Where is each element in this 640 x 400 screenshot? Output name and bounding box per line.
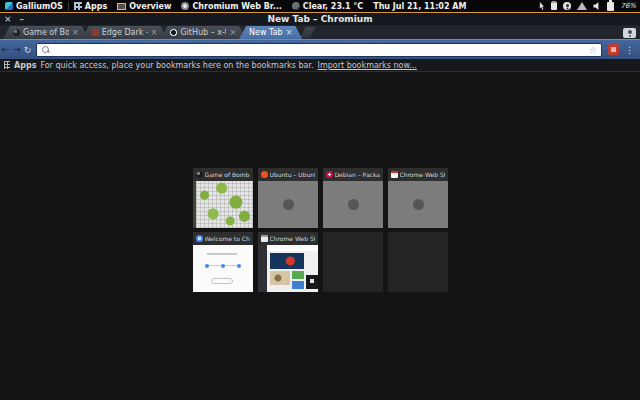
game-of-bombs-thumbnail (193, 181, 253, 228)
tab-close-icon[interactable]: × (229, 28, 236, 37)
ubuntu-thumbnail-placeholder (258, 181, 318, 228)
panel-overview-button[interactable]: Overview (112, 0, 176, 12)
panel-apps-button[interactable]: Apps (69, 0, 112, 12)
chrome-web-store-favicon-icon (261, 235, 268, 242)
tile-header: Chrome Web Store (388, 168, 448, 181)
battery-percent-label: 76% (620, 2, 636, 10)
profile-avatar-button[interactable] (623, 28, 636, 38)
tab-title: New Tab (249, 28, 283, 37)
tile-chrome-web-store-2[interactable]: Chrome Web Store (258, 232, 318, 292)
tab-new-tab-active[interactable]: New Tab × (239, 26, 302, 39)
tile-chrome-web-store[interactable]: Chrome Web Store (388, 168, 448, 228)
ubuntu-favicon-icon (261, 171, 268, 178)
window-close-button[interactable]: × (4, 14, 12, 25)
debian-thumbnail-placeholder (323, 181, 383, 228)
apps-shortcut-icon[interactable] (4, 61, 10, 69)
panel-clock[interactable]: Thu Jul 21, 11:02 AM (368, 0, 471, 12)
tile-header: Welcome to Chromiu (193, 232, 253, 245)
tile-header: Debian – Packages (323, 168, 383, 181)
panel-task-chromium[interactable]: Chromium Web Br... (176, 0, 286, 12)
thumbnail-text-line (207, 253, 237, 255)
tile-title: Chrome Web Store (270, 235, 315, 242)
system-tray: 76% (538, 2, 640, 11)
store-tile-block (292, 271, 304, 279)
thumbnail-button-outline (211, 278, 233, 284)
forward-button[interactable]: → (11, 41, 22, 59)
new-tab-button[interactable] (300, 27, 315, 38)
tile-welcome-chromium[interactable]: Welcome to Chromiu (193, 232, 253, 292)
store-tile-block (292, 281, 304, 289)
battery-icon[interactable] (607, 2, 614, 11)
empty-tile (323, 232, 383, 292)
github-favicon-icon (170, 29, 177, 36)
browser-toolbar: ← → ↻ ☆ ⋮ (0, 39, 640, 59)
panel-galliumos-menu[interactable]: GalliumOS (0, 0, 68, 12)
weather-icon (292, 2, 300, 10)
new-tab-page: Game of Bombs Ubuntu – Ubuntu Pa Debian … (0, 72, 640, 400)
tile-title: Ubuntu – Ubuntu Pa (270, 171, 315, 178)
apps-grid-icon (74, 2, 82, 10)
thumbnail-stepper-dots (205, 265, 241, 266)
bookmarks-bar: Apps For quick access, place your bookma… (0, 59, 640, 72)
tab-close-icon[interactable]: × (72, 28, 79, 37)
person-circle-icon[interactable] (563, 2, 571, 10)
tab-title: GitHub – x-t (180, 28, 226, 37)
volume-icon[interactable] (593, 2, 601, 10)
store-tile-block (270, 271, 290, 285)
store-hero-block (270, 253, 304, 269)
search-icon (42, 46, 49, 53)
panel-apps-label: Apps (85, 2, 107, 11)
chromium-favicon-icon (196, 235, 203, 242)
address-input[interactable] (49, 44, 589, 56)
panel-weather[interactable]: Clear, 23.1 °C (287, 0, 368, 12)
window-titlebar[interactable]: × – New Tab – Chromium (0, 14, 640, 25)
chrome-web-store-favicon-icon (391, 171, 398, 178)
debian-favicon-icon (326, 171, 333, 178)
empty-tile (388, 232, 448, 292)
overview-window-icon (117, 3, 126, 10)
welcome-chromium-thumbnail (193, 245, 253, 292)
tab-close-icon[interactable]: × (151, 28, 158, 37)
panel-galliumos-label: GalliumOS (16, 2, 63, 11)
tabs: Game of Bomb × Edge Dark – I × GitHub – … (3, 26, 315, 39)
tab-title: Edge Dark – I (102, 28, 148, 37)
tile-header: Ubuntu – Ubuntu Pa (258, 168, 318, 181)
panel-weather-label: Clear, 23.1 °C (303, 2, 363, 11)
tab-close-icon[interactable]: × (286, 28, 293, 37)
apps-shortcut-label[interactable]: Apps (14, 61, 36, 70)
tab-title: Game of Bomb (23, 28, 69, 37)
tab-edge-dark[interactable]: Edge Dark – I × (82, 26, 168, 39)
bookmarks-hint-text: For quick access, place your bookmarks h… (40, 61, 313, 70)
chrome-web-store-thumbnail-placeholder (388, 181, 448, 228)
bookmark-star-icon[interactable]: ☆ (589, 44, 601, 56)
extension-icon[interactable] (608, 44, 619, 55)
reload-button[interactable]: ↻ (22, 41, 33, 59)
window-minimize-button[interactable]: – (20, 14, 25, 25)
triangle-status-icon[interactable] (577, 2, 587, 10)
omnibox[interactable]: ☆ (36, 43, 602, 57)
chrome-web-store-thumbnail (258, 245, 318, 292)
tile-debian[interactable]: Debian – Packages (323, 168, 383, 228)
window-title: New Tab – Chromium (0, 14, 640, 25)
tile-title: Game of Bombs (205, 171, 250, 178)
back-button[interactable]: ← (0, 41, 11, 59)
window-controls: × – (4, 14, 24, 25)
tile-game-of-bombs[interactable]: Game of Bombs (193, 168, 253, 228)
clipboard-icon[interactable] (551, 2, 557, 10)
tile-header: Game of Bombs (193, 168, 253, 181)
game-of-bombs-favicon-icon (13, 29, 20, 36)
most-visited-grid: Game of Bombs Ubuntu – Ubuntu Pa Debian … (193, 168, 448, 292)
galliumos-logo-icon (5, 2, 13, 10)
game-of-bombs-favicon-icon (196, 171, 203, 178)
edge-dark-favicon-icon (92, 29, 99, 36)
panel-task-label: Chromium Web Br... (192, 2, 281, 11)
tab-game-of-bombs[interactable]: Game of Bomb × (3, 26, 89, 39)
tab-github[interactable]: GitHub – x-t × (160, 26, 246, 39)
screen: GalliumOS Apps Overview Chromium Web Br.… (0, 0, 640, 400)
tile-ubuntu[interactable]: Ubuntu – Ubuntu Pa (258, 168, 318, 228)
chromium-task-icon (181, 2, 189, 10)
panel-overview-label: Overview (129, 2, 171, 11)
import-bookmarks-link[interactable]: Import bookmarks now... (318, 61, 417, 70)
browser-menu-icon[interactable]: ⋮ (625, 45, 640, 55)
tray-cursor-icon[interactable] (538, 2, 545, 10)
